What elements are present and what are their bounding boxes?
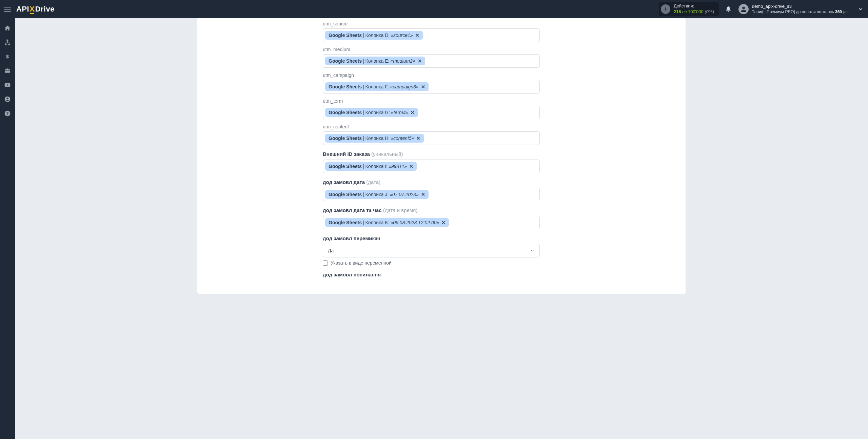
tag-remove-icon[interactable]: ✕ [409, 164, 413, 169]
field-utm-source: utm_source Google Sheets | Колонка D: «s… [323, 21, 529, 42]
field-utm-content: utm_content Google Sheets | Колонка H: «… [323, 124, 529, 145]
label-utm-campaign: utm_campaign [323, 72, 529, 78]
svg-rect-2 [5, 44, 7, 45]
tag-order-datetime[interactable]: Google Sheets | Колонка K: «06.08.2023 1… [325, 218, 449, 227]
hamburger-icon [4, 7, 11, 12]
checkbox-label: Указать в виде переменной [331, 260, 392, 266]
tag-remove-icon[interactable]: ✕ [421, 84, 425, 89]
briefcase-icon [4, 67, 11, 74]
tag-remove-icon[interactable]: ✕ [416, 135, 420, 141]
sidebar-billing[interactable]: $ [0, 50, 15, 63]
form-card: utm_source Google Sheets | Колонка D: «s… [197, 18, 529, 266]
tag-order-date[interactable]: Google Sheets | Колонка J: «07.07.2023»✕ [325, 190, 429, 199]
label-order-id: Внешний ID заказа (уникальный) [323, 151, 529, 157]
checkbox-as-variable[interactable]: Указать в виде переменной [323, 260, 529, 266]
checkbox-input[interactable] [323, 260, 328, 266]
field-utm-campaign: utm_campaign Google Sheets | Колонка F: … [323, 72, 529, 93]
label-utm-content: utm_content [323, 124, 529, 129]
tag-remove-icon[interactable]: ✕ [441, 220, 446, 225]
svg-point-8 [7, 98, 8, 99]
select-value: Да [328, 248, 334, 253]
label-utm-medium: utm_medium [323, 47, 529, 52]
select-order-switch[interactable]: Да [323, 244, 529, 257]
input-order-id[interactable]: Google Sheets | Колонка I: «99811»✕ [323, 160, 529, 173]
svg-rect-1 [7, 40, 8, 41]
tag-remove-icon[interactable]: ✕ [415, 33, 419, 38]
input-order-date[interactable]: Google Sheets | Колонка J: «07.07.2023»✕ [323, 188, 529, 201]
label-order-datetime: дод замовл дата та час (дата и время) [323, 207, 529, 213]
input-utm-term[interactable]: Google Sheets | Колонка G: «term4»✕ [323, 106, 529, 119]
sidebar-account[interactable] [0, 93, 15, 106]
input-utm-content[interactable]: Google Sheets | Колонка H: «content5»✕ [323, 131, 529, 145]
sidebar-home[interactable] [0, 22, 15, 35]
sidebar-connections[interactable] [0, 36, 15, 49]
label-utm-source: utm_source [323, 21, 529, 26]
menu-toggle[interactable] [0, 0, 15, 18]
logo-x: X [29, 5, 35, 14]
svg-text:?: ? [6, 111, 8, 116]
tag-utm-content[interactable]: Google Sheets | Колонка H: «content5»✕ [325, 134, 424, 143]
page-scroll[interactable]: utm_source Google Sheets | Колонка D: «s… [15, 18, 529, 266]
sidebar-help[interactable]: ? [0, 107, 15, 120]
svg-rect-3 [8, 44, 10, 45]
field-utm-term: utm_term Google Sheets | Колонка G: «ter… [323, 98, 529, 119]
label-utm-term: utm_term [323, 98, 529, 104]
sitemap-icon [4, 39, 11, 46]
tag-remove-icon[interactable]: ✕ [418, 58, 422, 64]
field-utm-medium: utm_medium Google Sheets | Колонка E: «m… [323, 47, 529, 68]
tag-order-id[interactable]: Google Sheets | Колонка I: «99811»✕ [325, 162, 417, 171]
youtube-icon [4, 82, 11, 88]
user-circle-icon [4, 96, 11, 103]
tag-remove-icon[interactable]: ✕ [421, 192, 425, 197]
input-utm-source[interactable]: Google Sheets | Колонка D: «source1»✕ [323, 28, 529, 42]
tag-utm-medium[interactable]: Google Sheets | Колонка E: «medium2»✕ [325, 57, 425, 65]
tag-utm-term[interactable]: Google Sheets | Колонка G: «term4»✕ [325, 108, 418, 117]
label-order-date: дод замовл дата (дата) [323, 179, 529, 185]
sidebar-briefcase[interactable] [0, 64, 15, 77]
input-utm-campaign[interactable]: Google Sheets | Колонка F: «campaign3»✕ [323, 80, 529, 93]
logo-api: API [16, 5, 29, 14]
logo[interactable]: API X Drive [16, 5, 55, 14]
logo-drive: Drive [35, 5, 55, 14]
sidebar: $ ? [0, 18, 15, 266]
input-utm-medium[interactable]: Google Sheets | Колонка E: «medium2»✕ [323, 54, 529, 68]
tag-utm-campaign[interactable]: Google Sheets | Колонка F: «campaign3»✕ [325, 82, 429, 91]
tag-utm-source[interactable]: Google Sheets | Колонка D: «source1»✕ [325, 31, 423, 40]
help-icon: ? [4, 110, 11, 117]
svg-text:$: $ [6, 54, 9, 59]
dollar-icon: $ [4, 53, 11, 60]
sidebar-video[interactable] [0, 79, 15, 91]
label-order-switch: дод замовл перемикач [323, 235, 529, 241]
tag-remove-icon[interactable]: ✕ [411, 110, 415, 115]
input-order-datetime[interactable]: Google Sheets | Колонка K: «06.08.2023 1… [323, 216, 529, 229]
home-icon [4, 25, 11, 32]
